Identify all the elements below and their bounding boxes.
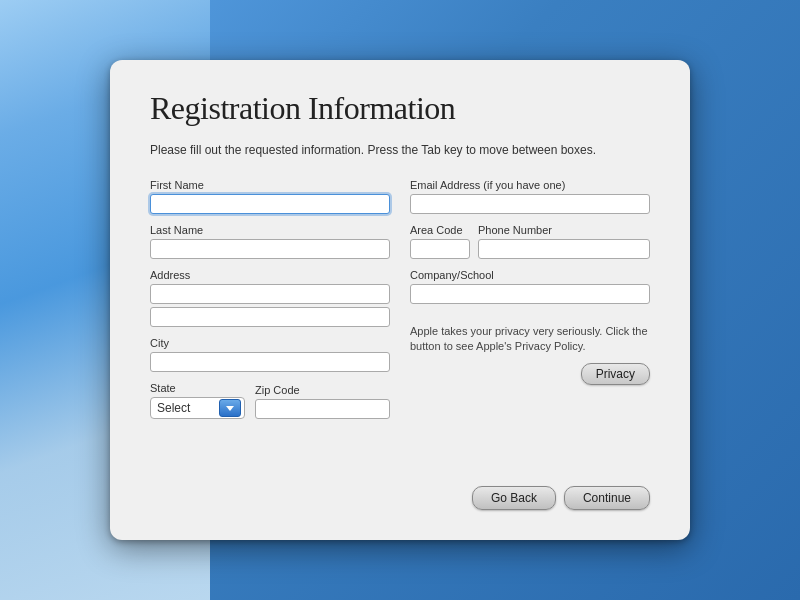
city-group: City <box>150 337 390 372</box>
zip-input[interactable] <box>255 399 390 419</box>
form-area: First Name Last Name Address City <box>150 179 650 456</box>
phone-group: Phone Number <box>478 224 650 259</box>
form-left-column: First Name Last Name Address City <box>150 179 390 456</box>
state-group: State Select <box>150 382 245 419</box>
first-name-group: First Name <box>150 179 390 214</box>
state-dropdown-button[interactable] <box>219 399 241 417</box>
company-label: Company/School <box>410 269 650 281</box>
privacy-text: Apple takes your privacy very seriously.… <box>410 324 650 355</box>
chevron-down-icon <box>226 406 234 411</box>
privacy-section: Apple takes your privacy very seriously.… <box>410 324 650 385</box>
state-label: State <box>150 382 245 394</box>
address-line1-input[interactable] <box>150 284 390 304</box>
state-select-wrapper[interactable]: Select <box>150 397 245 419</box>
company-input[interactable] <box>410 284 650 304</box>
zip-label: Zip Code <box>255 384 390 396</box>
bottom-buttons: Go Back Continue <box>150 476 650 510</box>
first-name-label: First Name <box>150 179 390 191</box>
area-code-label: Area Code <box>410 224 470 236</box>
first-name-input[interactable] <box>150 194 390 214</box>
address-group: Address <box>150 269 390 327</box>
area-code-group: Area Code <box>410 224 470 259</box>
instructions-text: Please fill out the requested informatio… <box>150 141 650 159</box>
go-back-button[interactable]: Go Back <box>472 486 556 510</box>
address-inputs <box>150 284 390 327</box>
phone-input[interactable] <box>478 239 650 259</box>
address-label: Address <box>150 269 390 281</box>
city-input[interactable] <box>150 352 390 372</box>
company-group: Company/School <box>410 269 650 304</box>
form-right-column: Email Address (if you have one) Area Cod… <box>410 179 650 456</box>
last-name-label: Last Name <box>150 224 390 236</box>
area-code-input[interactable] <box>410 239 470 259</box>
phone-label: Phone Number <box>478 224 650 236</box>
privacy-button[interactable]: Privacy <box>581 363 650 385</box>
email-group: Email Address (if you have one) <box>410 179 650 214</box>
phone-row: Area Code Phone Number <box>410 224 650 259</box>
zip-group: Zip Code <box>255 384 390 419</box>
state-select-text: Select <box>153 401 219 415</box>
email-label: Email Address (if you have one) <box>410 179 650 191</box>
last-name-input[interactable] <box>150 239 390 259</box>
state-zip-row: State Select Zip Code <box>150 382 390 419</box>
last-name-group: Last Name <box>150 224 390 259</box>
address-line2-input[interactable] <box>150 307 390 327</box>
city-label: City <box>150 337 390 349</box>
continue-button[interactable]: Continue <box>564 486 650 510</box>
page-title: Registration Information <box>150 90 650 127</box>
email-input[interactable] <box>410 194 650 214</box>
main-window: Registration Information Please fill out… <box>110 60 690 540</box>
